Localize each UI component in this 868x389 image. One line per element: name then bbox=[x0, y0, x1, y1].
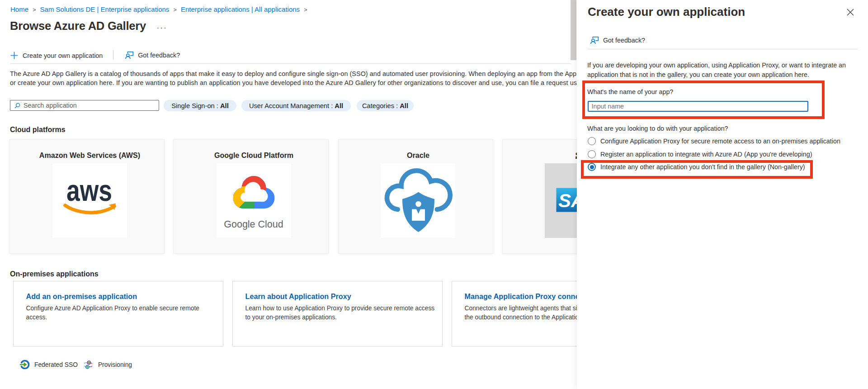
svg-text:aws: aws bbox=[66, 174, 112, 207]
svg-text:Google Cloud: Google Cloud bbox=[224, 219, 283, 230]
